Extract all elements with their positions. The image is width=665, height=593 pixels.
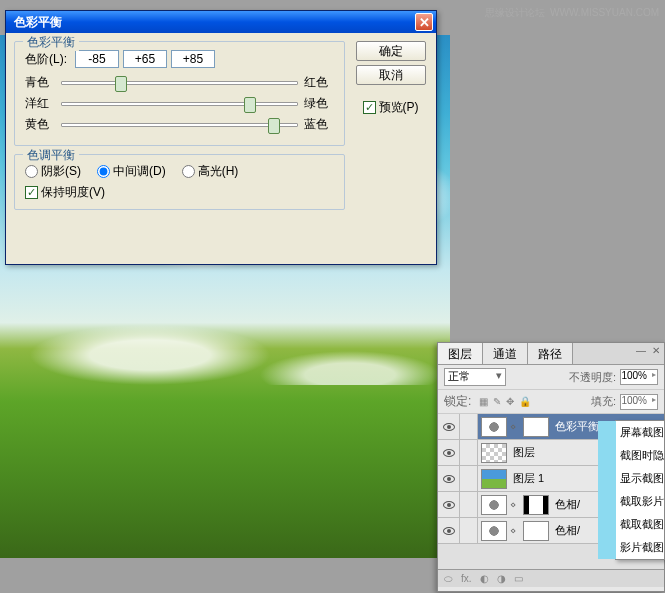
checkbox-checked-icon: ✓ <box>363 101 376 114</box>
slider-yellow-blue[interactable] <box>61 123 298 127</box>
slider-thumb[interactable] <box>115 76 127 92</box>
lock-pixels-icon[interactable]: ✎ <box>493 396 501 407</box>
close-button[interactable]: ✕ <box>415 13 433 31</box>
mask-thumbnail[interactable] <box>523 417 549 437</box>
preserve-luminosity-checkbox[interactable]: ✓ 保持明度(V) <box>25 184 334 201</box>
link-col[interactable] <box>460 440 478 465</box>
color-balance-dialog: 色彩平衡 ✕ 色彩平衡 色阶(L): 青色 红色 洋红 <box>5 10 437 265</box>
opacity-label: 不透明度: <box>569 370 616 385</box>
preview-checkbox[interactable]: ✓ 预览(P) <box>363 99 419 116</box>
radio-shadows[interactable]: 阴影(S) <box>25 163 81 180</box>
slider-label-magenta: 洋红 <box>25 95 55 112</box>
group-legend: 色调平衡 <box>23 147 79 164</box>
slider-thumb[interactable] <box>244 97 256 113</box>
slider-label-red: 红色 <box>304 74 334 91</box>
level-input-magenta-green[interactable] <box>123 50 167 68</box>
menu-strip <box>598 421 616 559</box>
context-menu: 屏幕截图 截图时隐 显示截图 截取影片 截取截图 影片截图 <box>615 420 665 560</box>
link-layers-icon[interactable]: ⬭ <box>444 573 453 585</box>
panel-bottom-bar: ⬭ fx. ◐ ◑ ▭ <box>438 569 664 587</box>
layer-thumbnail[interactable] <box>481 417 507 437</box>
visibility-icon[interactable] <box>443 449 455 457</box>
levels-label: 色阶(L): <box>25 51 67 68</box>
menu-item[interactable]: 屏幕截图 <box>616 421 664 444</box>
folder-icon[interactable]: ▭ <box>514 573 523 584</box>
link-col[interactable] <box>460 414 478 439</box>
radio-input[interactable] <box>25 165 38 178</box>
visibility-icon[interactable] <box>443 501 455 509</box>
checkbox-checked-icon: ✓ <box>25 186 38 199</box>
mask-thumbnail[interactable] <box>523 521 549 541</box>
radio-input[interactable] <box>182 165 195 178</box>
slider-cyan-red[interactable] <box>61 81 298 85</box>
link-icon: ⋄ <box>510 499 520 510</box>
slider-label-cyan: 青色 <box>25 74 55 91</box>
link-col[interactable] <box>460 466 478 491</box>
visibility-icon[interactable] <box>443 475 455 483</box>
close-icon: ✕ <box>419 16 430 29</box>
level-input-cyan-red[interactable] <box>75 50 119 68</box>
group-legend: 色彩平衡 <box>23 34 79 51</box>
opacity-field[interactable]: 100% <box>620 369 658 385</box>
menu-item[interactable]: 影片截图 <box>616 536 664 559</box>
tone-balance-group: 色调平衡 阴影(S) 中间调(D) 高光(H) ✓ 保持明度(V) <box>14 154 345 210</box>
lock-transparency-icon[interactable]: ▦ <box>479 396 488 407</box>
radio-highlights[interactable]: 高光(H) <box>182 163 239 180</box>
layer-thumbnail[interactable] <box>481 469 507 489</box>
visibility-icon[interactable] <box>443 423 455 431</box>
minimize-icon[interactable]: — <box>636 345 646 356</box>
link-icon: ⋄ <box>510 421 520 432</box>
link-col[interactable] <box>460 492 478 517</box>
mask-thumbnail[interactable] <box>523 495 549 515</box>
fill-field[interactable]: 100% <box>620 394 658 410</box>
slider-label-green: 绿色 <box>304 95 334 112</box>
dialog-titlebar[interactable]: 色彩平衡 ✕ <box>6 11 436 33</box>
mask-icon[interactable]: ◐ <box>480 573 489 584</box>
dialog-title: 色彩平衡 <box>9 14 415 31</box>
visibility-icon[interactable] <box>443 527 455 535</box>
adjustment-icon[interactable]: ◑ <box>497 573 506 584</box>
close-panel-icon[interactable]: ✕ <box>652 345 660 356</box>
radio-midtones[interactable]: 中间调(D) <box>97 163 166 180</box>
layer-thumbnail[interactable] <box>481 443 507 463</box>
menu-item[interactable]: 截图时隐 <box>616 444 664 467</box>
slider-label-blue: 蓝色 <box>304 116 334 133</box>
tab-paths[interactable]: 路径 <box>528 343 573 364</box>
cancel-button[interactable]: 取消 <box>356 65 426 85</box>
fx-icon[interactable]: fx. <box>461 573 472 584</box>
menu-item[interactable]: 显示截图 <box>616 467 664 490</box>
layer-thumbnail[interactable] <box>481 495 507 515</box>
layer-thumbnail[interactable] <box>481 521 507 541</box>
blend-mode-dropdown[interactable]: 正常 <box>444 368 506 386</box>
menu-item[interactable]: 截取影片 <box>616 490 664 513</box>
link-col[interactable] <box>460 518 478 543</box>
watermark: 思缘设计论坛WWW.MISSYUAN.COM <box>480 6 659 20</box>
slider-magenta-green[interactable] <box>61 102 298 106</box>
lock-label: 锁定: <box>444 393 471 410</box>
tab-layers[interactable]: 图层 <box>438 343 483 364</box>
ok-button[interactable]: 确定 <box>356 41 426 61</box>
color-balance-group: 色彩平衡 色阶(L): 青色 红色 洋红 绿色 <box>14 41 345 146</box>
radio-input[interactable] <box>97 165 110 178</box>
level-input-yellow-blue[interactable] <box>171 50 215 68</box>
lock-position-icon[interactable]: ✥ <box>506 396 514 407</box>
menu-item[interactable]: 截取截图 <box>616 513 664 536</box>
fill-label: 填充: <box>591 394 616 409</box>
tab-channels[interactable]: 通道 <box>483 343 528 364</box>
slider-label-yellow: 黄色 <box>25 116 55 133</box>
lock-all-icon[interactable]: 🔒 <box>519 396 531 407</box>
slider-thumb[interactable] <box>268 118 280 134</box>
link-icon: ⋄ <box>510 525 520 536</box>
panel-tabs: 图层 通道 路径 — ✕ <box>438 343 664 365</box>
